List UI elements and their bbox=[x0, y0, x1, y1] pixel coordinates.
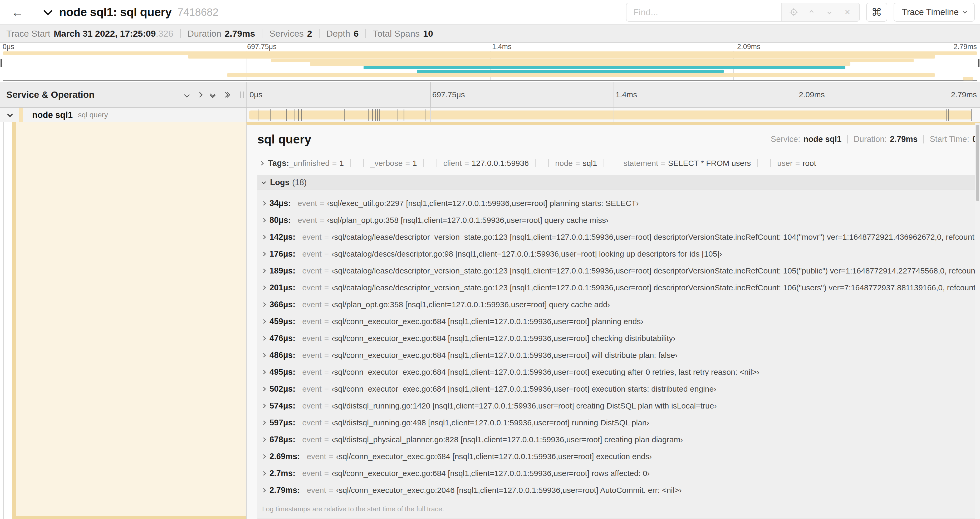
locate-span-icon[interactable] bbox=[788, 6, 800, 18]
overview-value: 2.79ms bbox=[890, 134, 918, 144]
log-marker bbox=[286, 109, 286, 121]
log-field-value: ‹sql/distsql_running.go:1420 [nsql1,clie… bbox=[331, 401, 717, 410]
clear-search-icon[interactable]: × bbox=[842, 6, 854, 18]
trace-info-label: Services bbox=[269, 29, 304, 39]
trace-timeline-page: ← node sql1: sql query 7418682 bbox=[0, 0, 980, 519]
tag-key: node bbox=[555, 159, 573, 168]
log-entry-row[interactable]: 495μs:event=‹sql/conn_executor_exec.go:6… bbox=[262, 364, 980, 380]
minimap-canvas[interactable] bbox=[3, 51, 977, 81]
log-timestamp: 189μs: bbox=[269, 266, 295, 276]
equals-sign: = bbox=[324, 469, 329, 478]
scrollbar-thumb[interactable] bbox=[976, 125, 979, 201]
chevron-right-icon bbox=[262, 454, 266, 459]
timeline-minimap[interactable]: 0μs697.75μs1.4ms2.09ms2.79ms bbox=[0, 43, 980, 82]
log-field-value: ‹sql/plan_opt.go:358 [nsql1,client=127.0… bbox=[331, 300, 610, 309]
overview-value: node sql1 bbox=[803, 134, 842, 144]
find-input[interactable] bbox=[627, 3, 781, 21]
span-duration-bar[interactable] bbox=[249, 110, 972, 120]
collapse-trace-chevron-icon[interactable] bbox=[43, 6, 52, 15]
trace-info-value: 2.79ms bbox=[225, 29, 255, 39]
log-entry-row[interactable]: 366μs:event=‹sql/plan_opt.go:358 [nsql1,… bbox=[262, 296, 980, 313]
equals-sign: = bbox=[324, 300, 329, 309]
span-bar-area bbox=[249, 108, 972, 122]
log-timestamp: 2.69ms: bbox=[269, 452, 300, 461]
log-entry-row[interactable]: 2.69ms:event=‹sql/conn_executor_exec.go:… bbox=[262, 448, 980, 465]
ruler-tick-label: 2.79ms bbox=[951, 90, 977, 99]
equals-sign: = bbox=[661, 159, 665, 168]
equals-sign: = bbox=[324, 401, 329, 410]
log-field-value: ‹sql/plan_opt.go:358 [nsql1,client=127.0… bbox=[327, 216, 609, 225]
log-entry-row[interactable]: 201μs:event=‹sql/catalog/lease/descripto… bbox=[262, 279, 980, 296]
log-entry-row[interactable]: 597μs:event=‹sql/distsql_running.go:498 … bbox=[262, 414, 980, 431]
equals-sign: = bbox=[406, 159, 410, 168]
chevron-right-icon bbox=[262, 471, 266, 476]
log-marker bbox=[372, 109, 373, 121]
equals-sign: = bbox=[324, 351, 329, 360]
tags-accordion[interactable]: Tags: _unfinished=1_verbose=1client=127.… bbox=[258, 153, 980, 173]
minimap-span-bar bbox=[963, 77, 973, 80]
gridline bbox=[430, 108, 431, 122]
span-row[interactable]: node sql1 sql query bbox=[0, 108, 980, 122]
next-result-button[interactable] bbox=[824, 6, 836, 18]
log-field-key: event bbox=[302, 401, 321, 410]
equals-sign: = bbox=[324, 267, 329, 275]
log-field-value: ‹sql/distsql_physical_planner.go:828 [ns… bbox=[331, 435, 683, 444]
trace-info-label: Total Spans bbox=[373, 29, 420, 39]
overview-label: Start Time: bbox=[930, 134, 969, 144]
log-entry-row[interactable]: 678μs:event=‹sql/distsql_physical_planne… bbox=[262, 431, 980, 448]
equals-sign: = bbox=[329, 486, 334, 495]
collapse-span-chevron-icon[interactable] bbox=[7, 111, 13, 117]
span-row-name-column[interactable]: node sql1 sql query bbox=[0, 108, 246, 122]
log-entry-row[interactable]: 502μs:event=‹sql/conn_executor_exec.go:6… bbox=[262, 380, 980, 398]
equals-sign: = bbox=[575, 159, 580, 168]
log-entry-row[interactable]: 142μs:event=‹sql/catalog/lease/descripto… bbox=[262, 228, 980, 246]
divider bbox=[365, 29, 366, 38]
prev-result-button[interactable] bbox=[806, 6, 818, 18]
column-resizer-grip[interactable] bbox=[240, 91, 244, 98]
trace-info-value: 10 bbox=[423, 29, 433, 39]
collapse-all-icon[interactable] bbox=[211, 92, 215, 97]
span-row-timeline[interactable] bbox=[246, 108, 980, 122]
logs-accordion-header[interactable]: Logs (18) bbox=[258, 175, 980, 190]
minimap-left-scrub-handle[interactable] bbox=[0, 59, 2, 67]
minimap-tick-label: 2.09ms bbox=[737, 43, 760, 51]
log-marker bbox=[379, 109, 380, 121]
collapse-one-icon[interactable] bbox=[184, 92, 190, 97]
chevron-right-icon bbox=[262, 387, 266, 391]
log-entry-row[interactable]: 574μs:event=‹sql/distsql_running.go:1420… bbox=[262, 398, 980, 414]
tag-value: root bbox=[802, 159, 816, 168]
chevron-right-icon bbox=[262, 201, 266, 206]
expand-all-icon[interactable] bbox=[224, 93, 229, 97]
log-field-value: ‹sql/conn_executor_exec.go:684 [nsql1,cl… bbox=[336, 452, 652, 461]
log-entry-row[interactable]: 459μs:event=‹sql/conn_executor_exec.go:6… bbox=[262, 313, 980, 330]
logs-title: Logs bbox=[270, 178, 290, 187]
minimap-tick-labels: 0μs697.75μs1.4ms2.09ms2.79ms bbox=[0, 43, 980, 51]
vertical-scrollbar[interactable] bbox=[975, 123, 980, 519]
gridline bbox=[797, 82, 797, 107]
minimap-right-scrub-handle[interactable] bbox=[978, 59, 980, 67]
log-entry-row[interactable]: 34μs:event=‹sql/exec_util.go:2297 [nsql1… bbox=[262, 195, 980, 212]
log-entry-row[interactable]: 176μs:event=‹sql/catalog/descs/descripto… bbox=[262, 246, 980, 262]
log-marker bbox=[971, 109, 972, 121]
back-button[interactable]: ← bbox=[0, 0, 35, 24]
trace-view-select[interactable]: Trace Timeline bbox=[894, 3, 975, 22]
log-entry-row[interactable]: 2.7ms:event=‹sql/conn_executor_exec.go:6… bbox=[262, 465, 980, 482]
equals-sign: = bbox=[324, 435, 329, 444]
log-field-key: event bbox=[298, 199, 317, 208]
overview-label: Duration: bbox=[854, 134, 887, 144]
keyboard-shortcuts-button[interactable]: ⌘ bbox=[866, 3, 887, 22]
log-field-value: ‹sql/catalog/lease/descriptor_version_st… bbox=[331, 233, 980, 241]
chevron-right-icon bbox=[262, 336, 266, 341]
log-entry-row[interactable]: 486μs:event=‹sql/conn_executor_exec.go:6… bbox=[262, 347, 980, 364]
log-entry-row[interactable]: 476μs:event=‹sql/conn_executor_exec.go:6… bbox=[262, 330, 980, 347]
log-entry-row[interactable]: 80μs:event=‹sql/plan_opt.go:358 [nsql1,c… bbox=[262, 212, 980, 228]
tag-key: _verbose bbox=[370, 159, 402, 168]
chevron-up-icon bbox=[810, 10, 814, 14]
log-entry-row[interactable]: 189μs:event=‹sql/catalog/lease/descripto… bbox=[262, 262, 980, 279]
chevron-right-icon bbox=[259, 161, 264, 166]
expand-one-icon[interactable] bbox=[197, 92, 203, 97]
minimap-span-bar bbox=[310, 62, 850, 65]
divider bbox=[423, 159, 424, 167]
log-entry-row[interactable]: 2.79ms:event=‹sql/conn_executor_exec.go:… bbox=[262, 482, 980, 499]
chevron-right-icon bbox=[262, 353, 266, 358]
